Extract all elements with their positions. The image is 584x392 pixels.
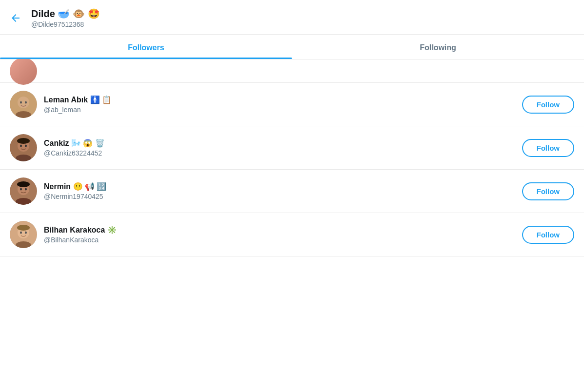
follow-button[interactable]: Follow xyxy=(522,182,575,200)
partial-avatar xyxy=(10,58,37,85)
user-info: Nermin 😐 📢 🔢 @Nermin19740425 xyxy=(44,182,522,201)
page-header: Dilde 🥣 🐵 🤩 @Dilde97512368 xyxy=(0,0,584,35)
user-handle: @Cankiz63224452 xyxy=(44,149,522,157)
user-handle: @Nermin19740425 xyxy=(44,193,522,200)
table-row: Nermin 😐 📢 🔢 @Nermin19740425 Follow xyxy=(0,170,584,213)
tab-followers[interactable]: Followers xyxy=(0,35,292,59)
svg-point-24 xyxy=(25,232,27,234)
user-handle: @ab_leman xyxy=(44,106,522,114)
user-name: Cankiz 🌬️ 😱 🗑️ xyxy=(44,138,522,149)
user-name: Leman Abık 🚹 📋 xyxy=(44,95,522,105)
user-info: Leman Abık 🚹 📋 @ab_leman xyxy=(44,95,522,114)
svg-point-19 xyxy=(17,181,30,187)
header-info: Dilde 🥣 🐵 🤩 @Dilde97512368 xyxy=(31,8,100,28)
svg-point-26 xyxy=(17,225,30,231)
tab-following[interactable]: Following xyxy=(292,35,584,59)
user-name: Nermin 😐 📢 🔢 xyxy=(44,182,522,192)
svg-point-3 xyxy=(20,101,22,104)
avatar xyxy=(10,221,37,248)
partial-user-row xyxy=(0,59,584,83)
tabs-container: Followers Following xyxy=(0,35,584,59)
svg-point-4 xyxy=(25,101,27,104)
user-info: Bilhan Karakoca ✳️ @BilhanKarakoca xyxy=(44,225,522,244)
avatar xyxy=(10,91,37,118)
table-row: Bilhan Karakoca ✳️ @BilhanKarakoca Follo… xyxy=(0,213,584,256)
svg-point-12 xyxy=(17,138,30,144)
svg-point-23 xyxy=(20,232,22,234)
follow-button[interactable]: Follow xyxy=(522,96,575,114)
avatar xyxy=(10,134,37,161)
svg-point-17 xyxy=(25,188,27,191)
svg-point-16 xyxy=(20,188,22,191)
follow-button[interactable]: Follow xyxy=(522,226,575,244)
svg-point-9 xyxy=(20,145,22,147)
avatar xyxy=(10,177,37,205)
user-handle: @BilhanKarakoca xyxy=(44,236,522,244)
user-info: Cankiz 🌬️ 😱 🗑️ @Cankiz63224452 xyxy=(44,138,522,157)
back-button[interactable] xyxy=(10,12,21,24)
svg-point-10 xyxy=(25,145,27,147)
user-list: Leman Abık 🚹 📋 @ab_leman Follow Cankiz 🌬… xyxy=(0,83,584,256)
user-name: Bilhan Karakoca ✳️ xyxy=(44,225,522,235)
header-name: Dilde 🥣 🐵 🤩 xyxy=(31,8,100,20)
table-row: Leman Abık 🚹 📋 @ab_leman Follow xyxy=(0,83,584,126)
table-row: Cankiz 🌬️ 😱 🗑️ @Cankiz63224452 Follow xyxy=(0,126,584,170)
header-handle: @Dilde97512368 xyxy=(31,20,100,28)
follow-button[interactable]: Follow xyxy=(522,139,575,157)
